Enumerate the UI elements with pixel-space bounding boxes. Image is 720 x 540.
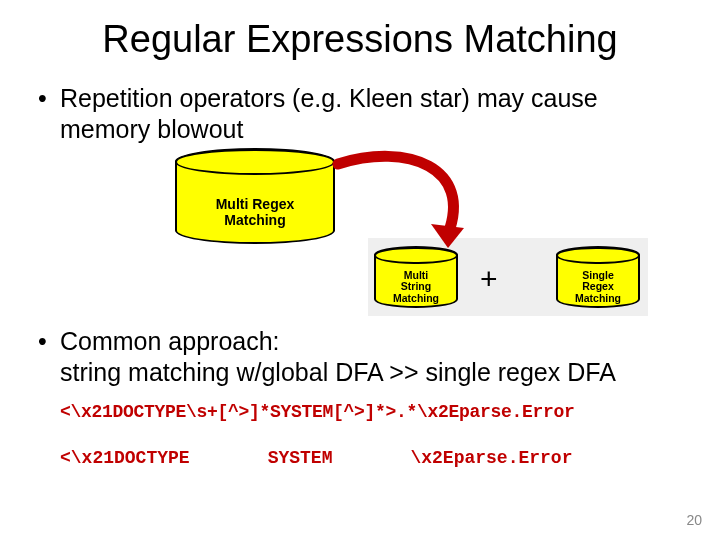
cylinder-single-regex-label: Single Regex Matching	[558, 270, 638, 305]
bullet-2: Common approach: string matching w/globa…	[0, 326, 720, 389]
plus-sign: +	[480, 262, 498, 296]
code-parts-row: <\x21DOCTYPE SYSTEM \x2Eparse.Error	[0, 448, 720, 468]
cylinder-multi-regex: Multi Regex Matching	[175, 148, 335, 244]
bullet-1: Repetition operators (e.g. Kleen star) m…	[0, 83, 720, 146]
cylinder-multi-regex-label: Multi Regex Matching	[177, 196, 333, 228]
cylinder-multi-string-label: Multi String Matching	[376, 270, 456, 305]
slide-title: Regular Expressions Matching	[0, 0, 720, 61]
code-part-2: SYSTEM	[268, 448, 333, 468]
cylinder-multi-string: Multi String Matching	[374, 246, 458, 308]
arrow-icon	[328, 148, 498, 258]
code-part-1: <\x21DOCTYPE	[60, 448, 190, 468]
cylinder-single-regex: Single Regex Matching	[556, 246, 640, 308]
code-full: <\x21DOCTYPE\s+[^>]*SYSTEM[^>]*>.*\x2Epa…	[60, 402, 575, 422]
slide-number: 20	[686, 512, 702, 528]
code-part-3: \x2Eparse.Error	[410, 448, 572, 468]
code-full-line: <\x21DOCTYPE\s+[^>]*SYSTEM[^>]*>.*\x2Epa…	[0, 402, 720, 422]
diagram: Multi Regex Matching Multi String Matchi…	[0, 146, 720, 326]
svg-marker-0	[431, 224, 464, 248]
